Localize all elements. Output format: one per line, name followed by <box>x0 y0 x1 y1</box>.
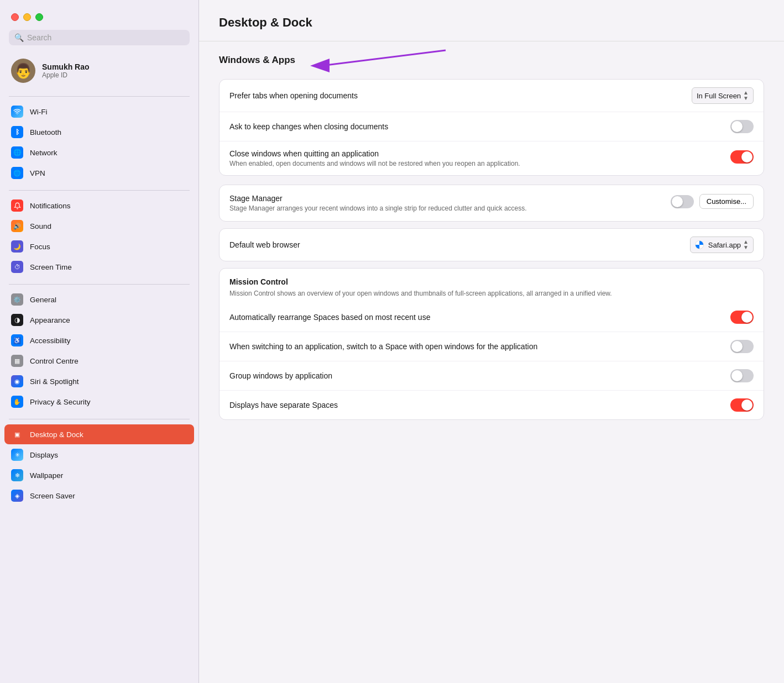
sidebar-item-label: Siri & Spotlight <box>30 377 79 386</box>
sidebar-group-general: ⚙️ General ◑ Appearance ♿ Accessibility … <box>0 289 198 412</box>
sidebar-item-network[interactable]: 🌐 Network <box>4 143 194 162</box>
sound-icon: 🔊 <box>11 220 23 232</box>
screensaver-icon: ◈ <box>11 490 23 502</box>
customise-button[interactable]: Customise... <box>699 194 754 209</box>
sidebar-item-label: Wi-Fi <box>30 108 47 116</box>
sidebar-item-sound[interactable]: 🔊 Sound <box>4 216 194 236</box>
auto-rearrange-label: Automatically rearrange Spaces based on … <box>229 313 724 322</box>
ask-keep-label: Ask to keep changes when closing documen… <box>229 122 724 131</box>
sidebar-item-label: Control Centre <box>30 357 79 365</box>
default-browser-dropdown[interactable]: Safari.app ▲ ▼ <box>690 237 754 253</box>
prefer-tabs-dropdown[interactable]: In Full Screen ▲ ▼ <box>692 87 754 104</box>
sidebar-item-notifications[interactable]: Notifications <box>4 196 194 216</box>
stage-manager-card: Stage Manager Stage Manager arranges you… <box>219 185 764 222</box>
toggle-knob <box>731 370 743 381</box>
avatar: 👨 <box>11 59 35 83</box>
sidebar-item-siri[interactable]: ◉ Siri & Spotlight <box>4 371 194 391</box>
search-bar[interactable]: 🔍 Search <box>9 30 190 45</box>
stage-manager-text: Stage Manager Stage Manager arranges you… <box>229 194 664 212</box>
ask-keep-toggle[interactable] <box>730 120 754 133</box>
chevron-updown-icon: ▲ ▼ <box>743 239 749 250</box>
sidebar: 🔍 Search 👨 Sumukh Rao Apple ID Wi-Fi ᛒ B… <box>0 0 199 683</box>
sidebar-item-label: VPN <box>30 169 45 177</box>
sidebar-divider-2 <box>9 190 190 191</box>
stage-manager-description: Stage Manager arranges your recent windo… <box>229 204 664 212</box>
stage-manager-controls: Customise... <box>671 194 754 209</box>
windows-apps-section: Windows & Apps Prefer tabs when opening … <box>219 55 764 176</box>
mission-control-card: Mission Control Mission Control shows an… <box>219 268 764 420</box>
user-info: Sumukh Rao Apple ID <box>42 62 90 79</box>
sidebar-item-controlcentre[interactable]: ▦ Control Centre <box>4 351 194 371</box>
controlcentre-icon: ▦ <box>11 355 23 367</box>
switch-space-row: When switching to an application, switch… <box>219 332 764 361</box>
prefer-tabs-label: Prefer tabs when opening documents <box>229 91 685 100</box>
screentime-icon: ⏱ <box>11 261 23 273</box>
stage-manager-label: Stage Manager <box>229 194 664 203</box>
sidebar-item-label: Desktop & Dock <box>30 430 83 439</box>
close-button[interactable] <box>11 13 19 21</box>
search-input[interactable]: Search <box>27 33 51 42</box>
sidebar-item-screentime[interactable]: ⏱ Screen Time <box>4 257 194 277</box>
user-profile[interactable]: 👨 Sumukh Rao Apple ID <box>0 54 198 92</box>
separate-spaces-row: Displays have separate Spaces <box>219 391 764 419</box>
default-browser-row: Default web browser Safari.app ▲ ▼ <box>219 229 764 261</box>
sidebar-item-displays[interactable]: ✳ Displays <box>4 445 194 465</box>
separate-spaces-label: Displays have separate Spaces <box>229 401 724 409</box>
sidebar-item-label: General <box>30 296 56 304</box>
mission-control-description: Mission Control shows an overview of you… <box>229 288 754 298</box>
main-content: Desktop & Dock Windows & Apps <box>199 0 784 683</box>
traffic-lights <box>0 9 198 30</box>
sidebar-item-desktop[interactable]: ▣ Desktop & Dock <box>4 424 194 444</box>
sidebar-item-wifi[interactable]: Wi-Fi <box>4 102 194 122</box>
group-windows-toggle[interactable] <box>730 369 754 382</box>
separate-spaces-toggle[interactable] <box>730 398 754 412</box>
sidebar-item-bluetooth[interactable]: ᛒ Bluetooth <box>4 122 194 142</box>
sidebar-divider-1 <box>9 96 190 97</box>
switch-space-toggle[interactable] <box>730 340 754 353</box>
focus-icon: 🌙 <box>11 240 23 253</box>
sidebar-item-privacy[interactable]: ✋ Privacy & Security <box>4 392 194 412</box>
main-header: Desktop & Dock <box>199 0 784 41</box>
sidebar-item-label: Focus <box>30 243 50 251</box>
close-windows-row: Close windows when quitting an applicati… <box>219 141 764 175</box>
privacy-icon: ✋ <box>11 396 23 408</box>
maximize-button[interactable] <box>35 13 43 21</box>
stage-manager-toggle[interactable] <box>671 195 694 208</box>
sidebar-item-label: Network <box>30 149 58 157</box>
sidebar-group-desktop: ▣ Desktop & Dock ✳ Displays ❄ Wallpaper … <box>0 424 198 506</box>
sidebar-item-focus[interactable]: 🌙 Focus <box>4 237 194 256</box>
sidebar-item-accessibility[interactable]: ♿ Accessibility <box>4 330 194 350</box>
close-windows-toggle[interactable] <box>730 150 754 164</box>
sidebar-item-appearance[interactable]: ◑ Appearance <box>4 310 194 330</box>
sidebar-item-label: Sound <box>30 222 51 230</box>
sidebar-item-label: Screen Time <box>30 263 72 271</box>
windows-apps-card: Prefer tabs when opening documents In Fu… <box>219 79 764 176</box>
toggle-knob <box>731 121 743 132</box>
toggle-knob <box>731 341 743 352</box>
network-icon: 🌐 <box>11 146 23 159</box>
sidebar-group-notifications: Notifications 🔊 Sound 🌙 Focus ⏱ Screen T… <box>0 195 198 277</box>
user-name: Sumukh Rao <box>42 62 90 71</box>
main-body: Windows & Apps Prefer tabs when opening … <box>199 41 784 440</box>
displays-icon: ✳ <box>11 449 23 461</box>
minimize-button[interactable] <box>23 13 31 21</box>
ask-keep-row: Ask to keep changes when closing documen… <box>219 112 764 141</box>
windows-apps-heading: Windows & Apps <box>219 55 295 66</box>
mission-control-title: Mission Control <box>229 277 754 286</box>
page-title: Desktop & Dock <box>219 15 312 29</box>
auto-rearrange-toggle[interactable] <box>730 311 754 324</box>
sidebar-item-general[interactable]: ⚙️ General <box>4 290 194 309</box>
sidebar-group-network: Wi-Fi ᛒ Bluetooth 🌐 Network 🌐 VPN <box>0 101 198 183</box>
sidebar-divider-4 <box>9 419 190 419</box>
notifications-icon <box>11 199 23 212</box>
group-windows-row: Group windows by application <box>219 361 764 391</box>
sidebar-item-wallpaper[interactable]: ❄ Wallpaper <box>4 465 194 485</box>
sidebar-item-label: Notifications <box>30 202 71 210</box>
sidebar-item-vpn[interactable]: 🌐 VPN <box>4 163 194 183</box>
sidebar-item-screensaver[interactable]: ◈ Screen Saver <box>4 486 194 506</box>
mission-control-header: Mission Control Mission Control shows an… <box>219 269 764 303</box>
annotation-arrow <box>305 45 448 77</box>
chevron-updown-icon: ▲ ▼ <box>743 90 749 101</box>
group-windows-label: Group windows by application <box>229 371 724 380</box>
sidebar-item-label: Accessibility <box>30 337 71 345</box>
